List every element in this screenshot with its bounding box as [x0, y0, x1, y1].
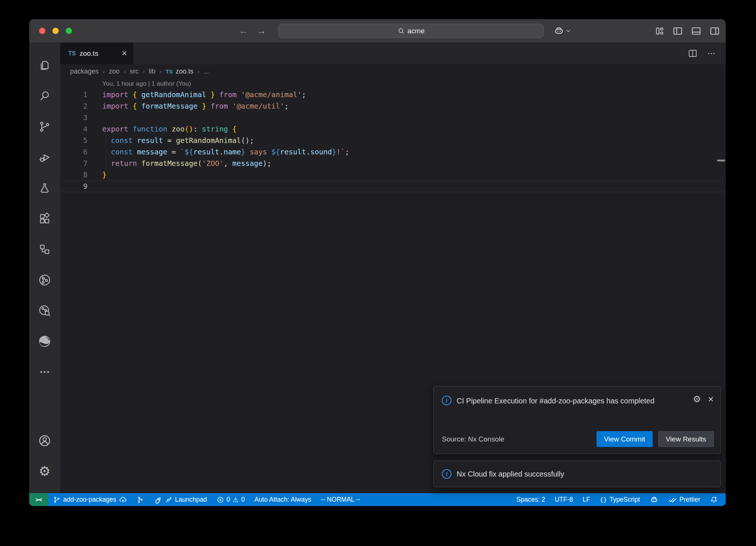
code-line[interactable]: 9 — [60, 181, 726, 192]
view-commit-button[interactable]: View Commit — [597, 431, 653, 447]
customize-layout-icon[interactable] — [655, 26, 664, 36]
close-window-button[interactable] — [39, 28, 45, 34]
window-controls — [39, 19, 72, 42]
problems-item[interactable]: 0 ⚠ 0 — [212, 493, 250, 506]
code-line[interactable]: 6 const message = `${result.name} says $… — [60, 146, 726, 158]
more-views-icon[interactable] — [29, 356, 60, 387]
line-number[interactable]: 5 — [60, 136, 87, 145]
toggle-panel-icon[interactable] — [691, 26, 701, 36]
tab-zoo-ts[interactable]: TS zoo.ts ✕ — [60, 42, 133, 64]
indentation-item[interactable]: Spaces: 2 — [512, 493, 550, 506]
code-line[interactable]: 5 const result = getRandomAnimal(); — [60, 135, 726, 146]
run-debug-icon[interactable] — [29, 142, 60, 173]
maximize-window-button[interactable] — [66, 28, 72, 34]
back-arrow-icon[interactable]: ← — [239, 25, 248, 36]
braces-icon: {} — [600, 496, 607, 503]
breadcrumb-item-zoo[interactable]: zoo — [109, 68, 120, 75]
source-control-icon[interactable] — [29, 111, 60, 142]
tab-bar: TS zoo.ts ✕ — [60, 42, 726, 64]
line-number[interactable]: 3 — [60, 113, 87, 122]
code-line[interactable]: 3 — [60, 112, 726, 123]
toggle-primary-sidebar-icon[interactable] — [673, 26, 683, 36]
cloud-upload-icon — [119, 496, 127, 504]
notification-settings-gear-icon[interactable]: ⚙ — [693, 395, 701, 404]
hierarchy-view-icon[interactable] — [29, 234, 60, 265]
extensions-icon[interactable] — [29, 203, 60, 234]
search-icon — [398, 27, 405, 34]
remote-indicator[interactable]: >< — [29, 493, 48, 506]
toggle-secondary-sidebar-icon[interactable] — [709, 26, 720, 36]
git-graph-icon — [137, 496, 144, 504]
info-icon: i — [442, 396, 451, 405]
editor-more-actions-icon[interactable] — [707, 49, 716, 58]
code-text: export function zoo(): string { — [87, 125, 237, 133]
notification-message: CI Pipeline Execution for #add-zoo-packa… — [457, 394, 663, 408]
typescript-file-icon: TS — [68, 50, 76, 57]
code-text: } — [87, 171, 107, 179]
minimize-window-button[interactable] — [52, 28, 59, 34]
copilot-status-item[interactable] — [645, 493, 663, 506]
command-center-search[interactable]: acme — [278, 24, 544, 38]
auto-attach-item[interactable]: Auto Attach: Always — [250, 493, 316, 506]
notification-close-icon[interactable]: ✕ — [708, 395, 714, 404]
code-text: const message = `${result.name} says ${r… — [87, 148, 349, 156]
notifications-bell-item[interactable] — [705, 493, 723, 506]
copilot-menu[interactable] — [553, 19, 571, 42]
nx-project-graph-icon[interactable] — [29, 295, 60, 326]
breadcrumb-separator: › — [103, 68, 105, 75]
language-mode-item[interactable]: {} TypeScript — [595, 493, 645, 506]
explorer-icon[interactable] — [29, 50, 60, 81]
notification-nx-cloud-fix: i Nx Cloud fix applied successfully — [433, 461, 721, 487]
edge-browser-icon[interactable] — [29, 326, 60, 356]
line-number[interactable]: 6 — [60, 148, 87, 156]
close-tab-icon[interactable]: ✕ — [121, 49, 127, 58]
breadcrumb-separator: › — [197, 68, 200, 75]
rocket-icon — [154, 495, 162, 504]
errors-icon — [217, 496, 224, 504]
vim-mode-item[interactable]: -- NORMAL -- — [316, 493, 365, 506]
view-results-button[interactable]: View Results — [658, 431, 714, 447]
breadcrumb-item--[interactable]: … — [204, 68, 210, 75]
code-text: return formatMessage('ZOO', message); — [87, 159, 271, 168]
git-branch-item[interactable]: add-zoo-packages — [48, 493, 132, 506]
formatter-item[interactable]: Prettier — [663, 493, 705, 506]
copilot-icon — [650, 495, 659, 504]
warnings-icon: ⚠ — [233, 496, 238, 504]
launchpad-item[interactable]: Launchpad — [149, 493, 212, 506]
breadcrumb-item-packages[interactable]: packages — [70, 68, 99, 75]
breadcrumb-item-src[interactable]: src — [130, 68, 138, 75]
split-editor-icon[interactable] — [688, 48, 698, 58]
encoding-item[interactable]: UTF-8 — [550, 493, 578, 506]
branch-icon — [53, 496, 61, 504]
code-line[interactable]: 2import { formatMessage } from '@acme/ut… — [60, 100, 726, 112]
code-line[interactable]: 4export function zoo(): string { — [60, 123, 726, 135]
eol-item[interactable]: LF — [578, 493, 595, 506]
line-number[interactable]: 1 — [60, 91, 87, 99]
activity-bar: ⚙ — [29, 42, 60, 493]
plug-icon — [165, 496, 172, 504]
git-graph-item[interactable] — [132, 493, 149, 506]
breadcrumb-item-zoo-ts[interactable]: zoo.ts — [176, 68, 193, 75]
line-number[interactable]: 2 — [60, 102, 87, 110]
testing-icon[interactable] — [29, 173, 60, 203]
settings-gear-icon[interactable]: ⚙ — [29, 456, 60, 487]
code-line[interactable]: 8} — [60, 169, 726, 181]
breadcrumb-separator: › — [159, 68, 162, 75]
line-number[interactable]: 7 — [60, 159, 87, 168]
nx-console-icon[interactable] — [29, 265, 60, 295]
breadcrumb-item-lib[interactable]: lib — [149, 68, 155, 75]
breadcrumb: packages›zoo›src›lib›TSzoo.ts›… — [60, 64, 726, 79]
code-line[interactable]: 1import { getRandomAnimal } from '@acme/… — [60, 89, 726, 100]
line-number[interactable]: 4 — [60, 125, 87, 133]
bell-icon — [710, 496, 718, 504]
code-text: import { getRandomAnimal } from '@acme/a… — [87, 91, 306, 99]
forward-arrow-icon[interactable]: → — [257, 25, 266, 36]
line-number[interactable]: 9 — [60, 182, 87, 191]
breadcrumb-separator: › — [142, 68, 145, 75]
account-icon[interactable] — [29, 425, 60, 456]
status-bar: >< add-zoo-packages Launchpad 0 ⚠ 0 Auto… — [29, 493, 726, 506]
notification-message: Nx Cloud fix applied successfully — [457, 470, 564, 478]
search-view-icon[interactable] — [29, 81, 60, 111]
code-line[interactable]: 7 return formatMessage('ZOO', message); — [60, 158, 726, 169]
line-number[interactable]: 8 — [60, 171, 87, 179]
